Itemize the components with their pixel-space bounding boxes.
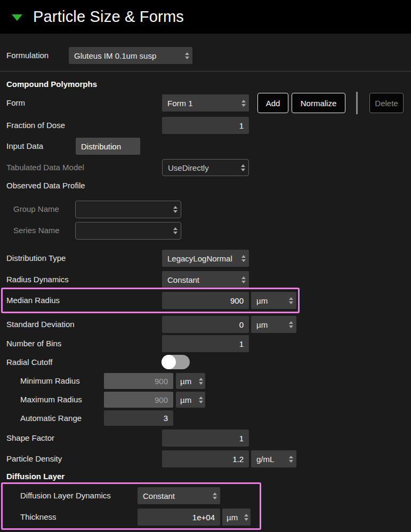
divider	[0, 71, 411, 72]
page-title: Particle Size & Forms	[33, 0, 184, 34]
chevron-updown-icon	[241, 276, 246, 283]
diffusion-layer-dynamics-value: Constant	[143, 491, 209, 501]
formulation-dropdown[interactable]: Gluteus IM 0.1um susp	[69, 47, 192, 64]
diffusion-layer-dynamics-dropdown[interactable]: Constant	[138, 487, 220, 504]
form-value: Form 1	[167, 99, 238, 108]
number-of-bins-input[interactable]: 1	[162, 335, 249, 352]
diffusion-layer-dynamics-label: Diffusion Layer Dynamics	[20, 487, 111, 504]
chevron-updown-icon	[289, 321, 293, 328]
automatic-range-input[interactable]: 3	[104, 410, 173, 426]
compound-polymorphs-section-title: Compound Polymorphs	[6, 80, 97, 89]
normalize-button[interactable]: Normalize	[292, 93, 345, 113]
standard-deviation-unit-dropdown[interactable]: µm	[251, 316, 296, 333]
number-of-bins-label: Number of Bins	[6, 335, 61, 352]
chevron-updown-icon	[241, 255, 246, 262]
maximum-radius-label: Maximum Radius	[20, 392, 82, 408]
minimum-radius-unit: µm	[180, 377, 197, 386]
particle-density-unit-dropdown[interactable]: g/mL	[251, 450, 296, 467]
particle-density-label: Particle Density	[6, 450, 62, 467]
series-name-label: Series Name	[13, 222, 60, 239]
chevron-updown-icon	[289, 297, 293, 304]
median-radius-label: Median Radius	[6, 292, 60, 309]
radius-dynamics-label: Radius Dynamics	[6, 271, 69, 288]
add-button[interactable]: Add	[257, 93, 288, 113]
tabulated-data-model-dropdown[interactable]: UseDirectly	[162, 159, 249, 176]
particle-density-unit: g/mL	[256, 455, 286, 464]
chevron-updown-icon	[185, 52, 189, 59]
panel-header: Particle Size & Forms	[0, 0, 411, 34]
minimum-radius-input[interactable]: 900	[104, 373, 173, 389]
particle-size-forms-panel: Particle Size & Forms Formulation Gluteu…	[0, 0, 411, 532]
formulation-value: Gluteus IM 0.1um susp	[74, 51, 182, 60]
chevron-updown-icon	[199, 396, 203, 403]
tabulated-data-model-label: Tabulated Data Model	[6, 159, 84, 176]
observed-data-profile-label: Observed Data Profile	[6, 181, 85, 190]
form-dropdown[interactable]: Form 1	[162, 94, 249, 112]
collapse-caret-icon[interactable]	[12, 14, 22, 21]
radius-dynamics-dropdown[interactable]: Constant	[162, 271, 249, 288]
thickness-input[interactable]: 1e+04	[138, 509, 220, 526]
maximum-radius-unit-dropdown[interactable]: µm	[176, 392, 205, 408]
median-radius-unit: µm	[256, 296, 286, 305]
thickness-unit: µm	[227, 513, 243, 522]
thickness-label: Thickness	[20, 509, 57, 526]
standard-deviation-unit: µm	[256, 320, 286, 329]
automatic-range-label: Automatic Range	[20, 410, 82, 426]
shape-factor-label: Shape Factor	[6, 430, 54, 447]
delete-button[interactable]: Delete	[369, 93, 404, 113]
chevron-updown-icon	[241, 164, 245, 171]
group-name-dropdown[interactable]	[75, 201, 181, 218]
median-radius-input[interactable]: 900	[162, 292, 249, 309]
chevron-updown-icon	[213, 493, 217, 499]
input-data-label: Input Data	[6, 138, 43, 155]
median-radius-unit-dropdown[interactable]: µm	[251, 292, 296, 309]
maximum-radius-input[interactable]: 900	[104, 392, 173, 408]
distribution-type-value: LegacyLogNormal	[167, 254, 238, 263]
distribution-type-dropdown[interactable]: LegacyLogNormal	[162, 250, 249, 267]
fraction-of-dose-label: Fraction of Dose	[6, 117, 65, 134]
series-name-dropdown[interactable]	[75, 222, 181, 240]
chevron-updown-icon	[173, 227, 178, 234]
chevron-updown-icon	[241, 100, 246, 107]
diffusion-layer-section-title: Diffusion Layer	[6, 472, 65, 481]
standard-deviation-label: Standard Deviation	[6, 316, 75, 333]
chevron-updown-icon	[173, 206, 178, 213]
radial-cutoff-toggle[interactable]	[162, 355, 190, 369]
tabulated-data-model-value: UseDirectly	[168, 163, 238, 172]
standard-deviation-input[interactable]: 0	[162, 316, 249, 333]
button-group-divider	[356, 92, 358, 114]
maximum-radius-unit: µm	[180, 395, 197, 404]
minimum-radius-unit-dropdown[interactable]: µm	[176, 373, 205, 389]
fraction-of-dose-input[interactable]: 1	[162, 117, 249, 134]
radial-cutoff-label: Radial Cutoff	[6, 355, 52, 370]
group-name-label: Group Name	[13, 201, 59, 218]
minimum-radius-label: Minimum Radius	[20, 373, 80, 389]
shape-factor-input[interactable]: 1	[162, 430, 249, 447]
particle-density-input[interactable]: 1.2	[162, 450, 249, 467]
formulation-label: Formulation	[6, 47, 49, 64]
input-data-selector[interactable]: Distribution	[76, 138, 140, 155]
form-label: Form	[6, 94, 25, 112]
distribution-type-label: Distribution Type	[6, 250, 66, 267]
radius-dynamics-value: Constant	[167, 275, 238, 284]
chevron-updown-icon	[289, 456, 293, 463]
chevron-updown-icon	[244, 514, 248, 521]
chevron-updown-icon	[199, 378, 203, 385]
thickness-unit-dropdown[interactable]: µm	[222, 509, 251, 526]
toggle-knob	[162, 355, 176, 369]
